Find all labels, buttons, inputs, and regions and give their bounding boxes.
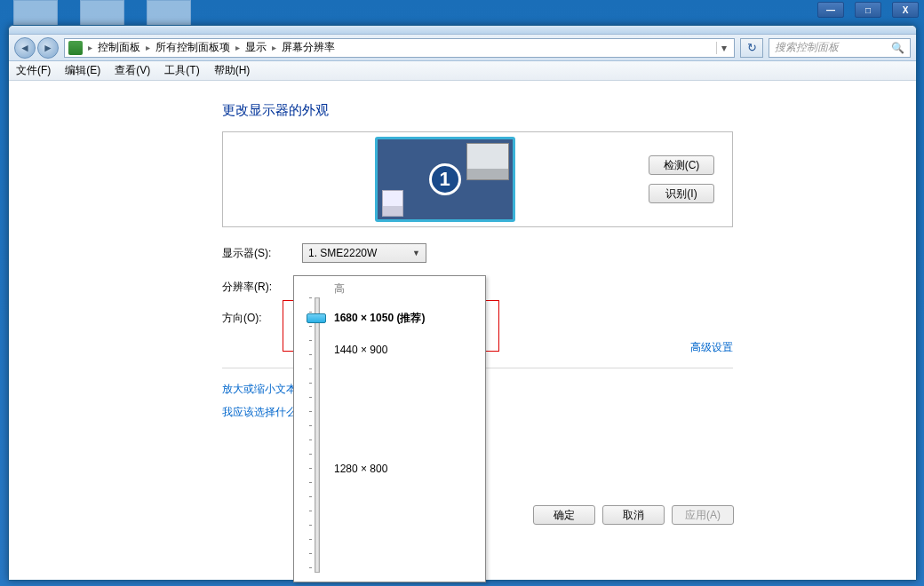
slider-thumb[interactable] (307, 313, 326, 323)
refresh-button[interactable]: ↻ (740, 38, 763, 58)
desktop-icon[interactable] (80, 0, 124, 27)
address-row: ◄ ► ▸ 控制面板 ▸ 所有控制面板项 ▸ 显示 ▸ 屏幕分辨率 ▾ ↻ 搜索… (9, 35, 916, 61)
resolution-option[interactable]: 1680 × 1050 (推荐) (334, 311, 476, 326)
search-icon[interactable]: 🔍 (891, 42, 904, 54)
apply-button: 应用(A) (672, 505, 734, 525)
forward-button[interactable]: ► (37, 37, 59, 59)
control-panel-icon (68, 41, 83, 55)
ok-button[interactable]: 确定 (533, 505, 595, 525)
display-select[interactable]: 1. SME2220W ▼ (302, 243, 426, 263)
cancel-button[interactable]: 取消 (602, 505, 665, 525)
menu-edit[interactable]: 编辑(E) (65, 63, 100, 78)
window-controls-top: — □ X (817, 2, 919, 18)
menubar: 文件(F) 编辑(E) 查看(V) 工具(T) 帮助(H) (9, 61, 916, 81)
menu-view[interactable]: 查看(V) (115, 63, 150, 78)
desktop-icons (13, 0, 191, 27)
identify-button[interactable]: 识别(I) (649, 184, 714, 203)
monitor-preview-area: 1 (241, 137, 649, 222)
breadcrumb-item[interactable]: 屏幕分辨率 (282, 40, 335, 55)
dialog-buttons: 确定 取消 应用(A) (533, 505, 734, 525)
breadcrumb-item[interactable]: 显示 (245, 40, 267, 55)
breadcrumb-item[interactable]: 所有控制面板项 (155, 40, 230, 55)
minimize-button[interactable]: — (817, 2, 844, 18)
breadcrumb-sep: ▸ (88, 43, 92, 52)
resolution-slider[interactable] (307, 297, 328, 573)
titlebar[interactable] (9, 26, 916, 35)
resolution-popup[interactable]: 高 1680 × 1050 (推荐) 1440 × 900 1280 × 800 (293, 275, 486, 582)
resolution-labels: 高 1680 × 1050 (推荐) 1440 × 900 1280 × 800 (334, 281, 476, 493)
chevron-down-icon: ▼ (412, 249, 420, 257)
breadcrumb-sep: ▸ (235, 43, 240, 52)
resolution-option[interactable]: 1280 × 800 (334, 463, 476, 475)
orientation-label: 方向(O): (222, 311, 302, 326)
monitor-preview[interactable]: 1 (375, 137, 515, 222)
taskbar-preview-icon (382, 190, 403, 217)
desktop-icon[interactable] (147, 0, 191, 27)
page-title: 更改显示器的外观 (222, 102, 872, 119)
monitor-panel: 1 检测(C) 识别(I) (222, 131, 733, 227)
resolution-option[interactable]: 1440 × 900 (334, 344, 476, 356)
display-value: 1. SME2220W (308, 247, 377, 259)
breadcrumb-sep: ▸ (146, 43, 150, 52)
display-label: 显示器(S): (222, 246, 302, 261)
menu-help[interactable]: 帮助(H) (214, 63, 251, 78)
back-button[interactable]: ◄ (14, 37, 36, 59)
display-row: 显示器(S): 1. SME2220W ▼ (222, 243, 872, 263)
monitor-number: 1 (429, 163, 461, 195)
slider-track (315, 297, 320, 573)
search-placeholder: 搜索控制面板 (775, 40, 839, 55)
menu-file[interactable]: 文件(F) (16, 63, 51, 78)
close-button[interactable]: X (892, 2, 919, 18)
detect-button[interactable]: 检测(C) (649, 155, 714, 175)
menu-tools[interactable]: 工具(T) (164, 63, 199, 78)
breadcrumb-sep: ▸ (272, 43, 276, 52)
nav-arrows: ◄ ► (14, 37, 59, 59)
search-input[interactable]: 搜索控制面板 🔍 (769, 38, 911, 58)
maximize-button[interactable]: □ (855, 2, 881, 18)
address-dropdown-icon[interactable]: ▾ (716, 42, 730, 54)
resolution-label: 分辨率(R): (222, 280, 302, 295)
high-label: 高 (334, 281, 476, 297)
address-bar[interactable]: ▸ 控制面板 ▸ 所有控制面板项 ▸ 显示 ▸ 屏幕分辨率 ▾ (64, 38, 735, 58)
breadcrumb-item[interactable]: 控制面板 (98, 40, 140, 55)
monitor-side-buttons: 检测(C) 识别(I) (649, 155, 714, 203)
desktop-icon[interactable] (13, 0, 58, 27)
